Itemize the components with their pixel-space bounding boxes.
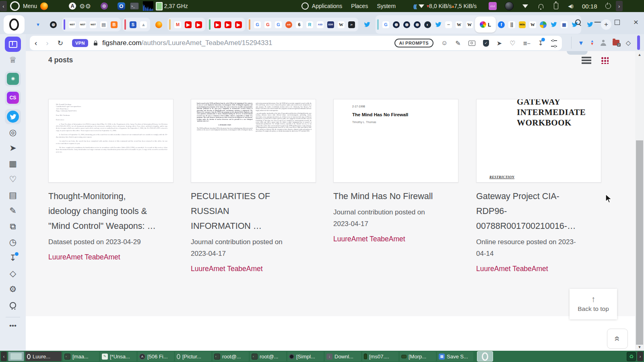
tab-mountain[interactable]: ▲	[138, 19, 149, 30]
post-thumbnail[interactable]: Mr. Donald FriedmanConfidential Legal Co…	[48, 99, 173, 183]
media-knob-icon[interactable]	[505, 2, 514, 10]
tab-braille[interactable]: ⣿	[507, 19, 517, 30]
taskbar-window-maa[interactable]: ›[maa...	[63, 352, 99, 361]
show-desktop-button[interactable]	[8, 352, 24, 361]
places-menu[interactable]: Places	[351, 3, 368, 9]
list-view-icon[interactable]	[582, 57, 591, 64]
scrollbar-up-arrow[interactable]: ▲	[635, 53, 644, 57]
volume-icon[interactable]: ◀))	[568, 4, 573, 9]
tab-group-bar[interactable]	[169, 19, 171, 30]
reader-list-icon[interactable]: ≣–	[523, 40, 530, 46]
tab-wikipedia[interactable]: W	[528, 19, 538, 30]
tab-s-site[interactable]: S	[128, 19, 138, 30]
tab-ask[interactable]: ask	[284, 19, 294, 30]
tab-wikipedia[interactable]: W	[464, 19, 475, 30]
sidebar-item-history[interactable]: ◷	[9, 238, 17, 247]
tab-wheel[interactable]: ⊛	[402, 19, 412, 30]
applications-menu[interactable]: Applications	[312, 3, 343, 9]
opera-highlight-button[interactable]	[477, 351, 493, 362]
extension-updown-icon[interactable]: ▲▼	[590, 40, 594, 45]
tab-group-bar[interactable]	[209, 19, 211, 30]
opera-menu-button[interactable]	[4, 15, 25, 34]
sidebar-item-extensions[interactable]: ◇	[10, 269, 16, 278]
sidebar-item-vpn-crown[interactable]: ♕	[9, 56, 17, 64]
send-to-device-icon[interactable]: ➤	[497, 39, 502, 47]
tab-group-bar[interactable]	[377, 19, 379, 30]
taskbar-window-morp[interactable]: [Morp...	[400, 352, 436, 361]
minimize-button[interactable]: —	[594, 19, 601, 26]
power-icon[interactable]	[605, 3, 611, 9]
terminal-launcher-icon[interactable]: >_	[130, 2, 139, 10]
tab-twitter[interactable]	[549, 19, 559, 30]
audio-applet-icon[interactable]: ılıl	[489, 2, 497, 10]
taskbar-window-root[interactable]: ›root@...	[213, 352, 249, 361]
tab-youtube[interactable]: ▶	[194, 19, 204, 30]
post-title[interactable]: Thought-Monitoring, ideology changing to…	[48, 189, 173, 234]
tab-youtube[interactable]: ▶	[213, 19, 223, 30]
tab-blogger[interactable]: B	[109, 19, 119, 30]
post-thumbnail[interactable]: GATEWAY INTERMEDIATE WORKBOOK RESTRICTIO…	[476, 99, 601, 183]
tab-twitter[interactable]	[362, 19, 372, 30]
tab-firefox[interactable]	[154, 19, 164, 30]
sidebar-item-settings[interactable]: ⚙	[9, 285, 17, 294]
restore-button[interactable]	[615, 20, 620, 25]
tab-youtube[interactable]: ▶	[233, 19, 244, 30]
gears-launcher-icon[interactable]: ⚙⚙	[79, 2, 91, 10]
tab-github[interactable]: ⊚	[48, 19, 58, 30]
favorite-heart-icon[interactable]: ♡	[510, 39, 515, 47]
reload-button[interactable]: ↻	[58, 39, 63, 47]
page-scrollbar[interactable]: ▲ ▼	[635, 51, 644, 351]
tor-launcher-icon[interactable]: ⊚	[101, 2, 108, 10]
tab-youtube[interactable]: ▶	[223, 19, 233, 30]
tab-google[interactable]: G	[252, 19, 262, 30]
menu-button[interactable]: Menu	[23, 3, 37, 9]
trash-icon[interactable]: ♻	[627, 352, 636, 361]
sidebar-item-chatgpt[interactable]: ✳	[5, 71, 21, 86]
tab-group-bar[interactable]	[124, 19, 126, 30]
back-to-top-button[interactable]: ↑ Back to top	[570, 289, 617, 319]
sidebar-item-news[interactable]: ▤	[9, 191, 17, 200]
tab-dark-globe[interactable]: ◐	[423, 19, 433, 30]
sidebar-handle[interactable]	[637, 35, 640, 50]
taskbar-window-simpl[interactable]: [Simpl...	[287, 352, 324, 361]
tab-nist[interactable]: NIST	[67, 19, 77, 30]
sidebar-item-telegram[interactable]: ➤	[9, 144, 17, 152]
taskbar-window-luure[interactable]: Luure...	[25, 352, 62, 361]
clock-label[interactable]: 00:18	[582, 3, 597, 10]
tab-wheel[interactable]: ⊛	[412, 19, 422, 30]
post-author-link[interactable]: LuureAmet TeabeAmet	[191, 265, 316, 273]
scrollbar-thumb[interactable]	[636, 140, 643, 345]
sidebar-item-easy-setup[interactable]	[10, 302, 16, 309]
tab-group-bar[interactable]	[249, 19, 250, 30]
taskbar-window-saves[interactable]: ▦Save S...	[437, 352, 473, 361]
tab-asd-news[interactable]: ASD	[315, 19, 325, 30]
tab-group-bar[interactable]	[64, 19, 65, 30]
post-author-link[interactable]: LuureAmet TeabeAmet	[48, 253, 173, 261]
sidebar-item-workspaces[interactable]: ⧉	[10, 222, 16, 231]
tab-nist[interactable]: NIST	[78, 19, 88, 30]
tab-facebook[interactable]: f	[496, 19, 506, 30]
smiley-icon[interactable]: ☺	[441, 39, 448, 47]
panel-collapse-left-button[interactable]: ‹	[0, 1, 7, 11]
tab-dots[interactable]: •••	[444, 19, 454, 30]
panel-collapse-right-button[interactable]: ›	[616, 1, 623, 11]
adblock-shield-icon[interactable]: ✓	[483, 40, 489, 47]
distro-logo-icon[interactable]	[10, 1, 20, 11]
sidebar-item-pinboard[interactable]: ✎	[9, 206, 17, 215]
sidebar-item-twitter-app[interactable]	[5, 109, 21, 124]
tab-wikipedia[interactable]: W	[336, 19, 346, 30]
download-indicator[interactable]: ↧	[538, 39, 543, 47]
firefox-launcher-icon[interactable]	[40, 2, 48, 10]
extension-folder-icon[interactable]: 2	[613, 40, 619, 45]
search-icon[interactable]	[575, 19, 581, 25]
system-menu[interactable]: System	[377, 3, 396, 9]
tab-imdb[interactable]: IMDb	[517, 19, 527, 30]
post-title[interactable]: Gateway Project CIA- RDP96- 00788R001700…	[476, 189, 601, 234]
tab-gmail[interactable]: M	[173, 19, 183, 30]
taskbar-window-pictur[interactable]: [Pictur...	[175, 352, 211, 361]
battery-icon[interactable]	[554, 3, 558, 9]
post-title[interactable]: The Mind Has No Firewall	[333, 189, 458, 204]
tab-checker[interactable]: ▦	[559, 19, 569, 30]
edit-bookmark-icon[interactable]: ✎	[455, 39, 460, 47]
tab-google[interactable]: G	[273, 19, 283, 30]
